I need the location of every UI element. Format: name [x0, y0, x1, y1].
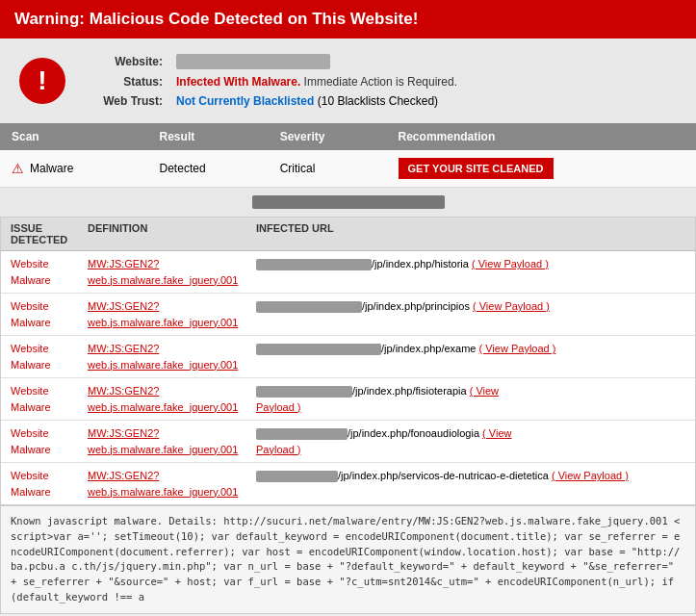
col-severity: Severity [269, 123, 387, 150]
col-issue-header: ISSUE DETECTED [11, 222, 88, 245]
status-value: Infected With Malware. Immediate Action … [170, 73, 463, 90]
issue-type-4: Website Malware [11, 383, 88, 415]
def-link-5a[interactable]: MW:JS:GEN2? [88, 427, 159, 439]
issues-section: ISSUE DETECTED DEFINITION INFECTED URL W… [0, 217, 696, 505]
col-scan: Scan [0, 123, 148, 150]
top-section: ! Website: Status: Infected With Malware… [0, 38, 696, 123]
issue-def-4: MW:JS:GEN2? web.js.malware.fake_jquery.0… [88, 383, 256, 415]
issue-type-6: Website Malware [11, 468, 88, 500]
issue-row: Website Malware MW:JS:GEN2? web.js.malwa… [1, 378, 695, 421]
severity-cell: Critical [269, 150, 387, 188]
issue-type-5: Website Malware [11, 425, 88, 457]
issue-row: Website Malware MW:JS:GEN2? web.js.malwa… [1, 421, 695, 463]
issue-type-1: Website Malware [11, 256, 88, 288]
def-link-5b[interactable]: web.js.malware.fake_jquery.001 [88, 444, 238, 455]
view-payload-3[interactable]: ( View Payload ) [479, 343, 556, 354]
issue-type-3: Website Malware [11, 341, 88, 372]
progress-bar-wrapper [0, 188, 696, 217]
def-link-6a[interactable]: MW:JS:GEN2? [88, 470, 159, 481]
issue-def-6: MW:JS:GEN2? web.js.malware.fake_jquery.0… [88, 468, 256, 500]
site-info: Website: Status: Infected With Malware. … [80, 50, 677, 112]
def-link-3b[interactable]: web.js.malware.fake_jquery.001 [88, 359, 238, 371]
def-link-2a[interactable]: MW:JS:GEN2? [88, 300, 159, 312]
progress-bar [252, 195, 445, 209]
col-url-header: INFECTED URL [256, 222, 685, 245]
issue-url-5: /jp/index.php/fonoaudiologia ( ViewPaylo… [256, 425, 685, 457]
issue-url-1: /jp/index.php/historia ( View Payload ) [256, 256, 685, 272]
issues-header: ISSUE DETECTED DEFINITION INFECTED URL [1, 218, 695, 251]
col-recommendation: Recommendation [387, 123, 696, 150]
get-site-cleaned-button[interactable]: GET YOUR SITE CLEANED [399, 158, 554, 179]
payload-section: Known javascript malware. Details: http:… [0, 505, 696, 614]
url-bar-2 [256, 301, 362, 313]
website-value [170, 52, 463, 71]
status-label: Status: [82, 73, 168, 90]
def-link-1a[interactable]: MW:JS:GEN2? [88, 258, 159, 270]
view-payload-6[interactable]: ( View Payload ) [552, 470, 629, 481]
warning-banner: Warning: Malicious Code Detected on This… [0, 0, 696, 38]
alert-icon: ! [19, 58, 65, 104]
website-label: Website: [82, 52, 168, 71]
issue-url-3: /jp/index.php/exame ( View Payload ) [256, 341, 685, 357]
result-cell: Detected [148, 150, 269, 188]
issue-def-2: MW:JS:GEN2? web.js.malware.fake_jquery.0… [88, 298, 256, 330]
def-link-3a[interactable]: MW:JS:GEN2? [88, 343, 159, 354]
url-bar-1 [256, 259, 372, 270]
scan-table: Scan Result Severity Recommendation ⚠ Ma… [0, 123, 696, 188]
webtrust-value: Not Currently Blacklisted (10 Blacklists… [170, 92, 463, 110]
webtrust-label: Web Trust: [82, 92, 168, 110]
scan-row: ⚠ Malware Detected Critical GET YOUR SIT… [0, 150, 696, 188]
col-def-header: DEFINITION [88, 222, 256, 245]
def-link-6b[interactable]: web.js.malware.fake_jquery.001 [88, 486, 238, 498]
issue-def-3: MW:JS:GEN2? web.js.malware.fake_jquery.0… [88, 341, 256, 372]
issue-row: Website Malware MW:JS:GEN2? web.js.malwa… [1, 294, 695, 336]
url-bar-5 [256, 428, 348, 440]
issue-def-5: MW:JS:GEN2? web.js.malware.fake_jquery.0… [88, 425, 256, 457]
def-link-4a[interactable]: MW:JS:GEN2? [88, 385, 159, 397]
issue-row: Website Malware MW:JS:GEN2? web.js.malwa… [1, 463, 695, 504]
malware-alert-icon: ⚠ [12, 161, 24, 176]
issue-row: Website Malware MW:JS:GEN2? web.js.malwa… [1, 336, 695, 378]
scan-table-wrapper: Scan Result Severity Recommendation ⚠ Ma… [0, 123, 696, 188]
url-bar-4 [256, 386, 352, 398]
issue-url-4: /jp/index.php/fisioterapia ( ViewPayload… [256, 383, 685, 415]
issue-row: Website Malware MW:JS:GEN2? web.js.malwa… [1, 251, 695, 294]
scan-cell: ⚠ Malware [0, 150, 148, 188]
issue-url-6: /jp/index.php/servicos-de-nutricao-e-die… [256, 468, 685, 484]
def-link-2b[interactable]: web.js.malware.fake_jquery.001 [88, 317, 238, 328]
def-link-1b[interactable]: web.js.malware.fake_jquery.001 [88, 274, 238, 286]
url-bar-6 [256, 471, 338, 482]
issue-def-1: MW:JS:GEN2? web.js.malware.fake_jquery.0… [88, 256, 256, 288]
view-payload-2[interactable]: ( View Payload ) [473, 300, 550, 312]
issue-url-2: /jp/index.php/principios ( View Payload … [256, 298, 685, 315]
view-payload-1[interactable]: ( View Payload ) [472, 258, 549, 270]
issue-type-2: Website Malware [11, 298, 88, 330]
col-result: Result [148, 123, 269, 150]
def-link-4b[interactable]: web.js.malware.fake_jquery.001 [88, 401, 238, 413]
recommendation-cell: GET YOUR SITE CLEANED [387, 150, 696, 188]
url-bar-3 [256, 344, 381, 355]
